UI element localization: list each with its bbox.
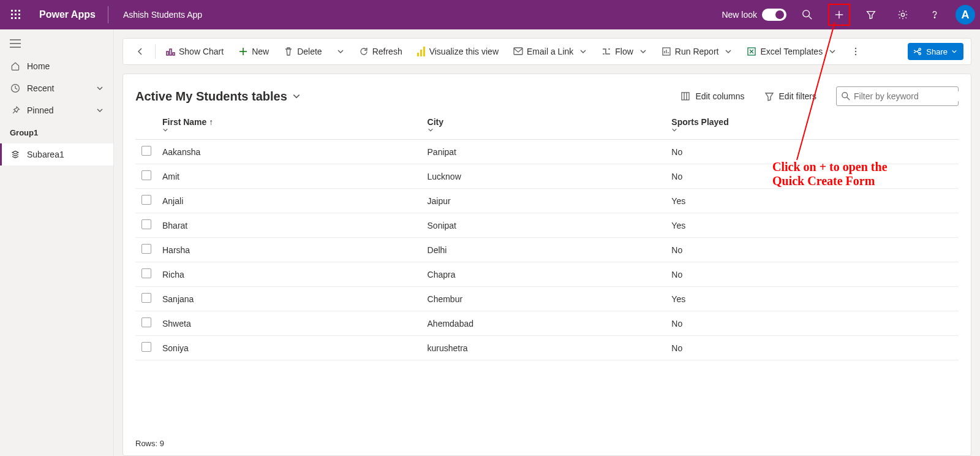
cell-city[interactable]: Jaipur xyxy=(423,189,667,213)
filter-icon[interactable] xyxy=(860,4,882,26)
email-link-button[interactable]: Email a Link xyxy=(508,42,592,61)
row-checkbox[interactable] xyxy=(141,268,151,278)
svg-rect-25 xyxy=(420,50,422,56)
edit-filters-button[interactable]: Edit filters xyxy=(764,91,816,101)
table-row[interactable]: Soniya kurushetra No xyxy=(135,336,959,360)
svg-rect-1 xyxy=(15,10,17,12)
cell-sports[interactable]: No xyxy=(666,164,959,189)
new-button[interactable]: New xyxy=(233,42,274,61)
svg-rect-21 xyxy=(173,53,175,55)
run-report-button[interactable]: Run Report xyxy=(657,42,737,61)
back-button[interactable] xyxy=(130,42,150,61)
chevron-down-icon[interactable] xyxy=(428,127,662,133)
show-chart-button[interactable]: Show Chart xyxy=(160,42,228,61)
settings-icon[interactable] xyxy=(892,4,914,26)
cell-firstname[interactable]: Richa xyxy=(157,262,423,287)
table-row[interactable]: Shweta Ahemdabad No xyxy=(135,311,959,336)
col-city[interactable]: City xyxy=(423,111,667,140)
cell-city[interactable]: Chapra xyxy=(423,262,667,287)
row-checkbox[interactable] xyxy=(141,244,151,254)
nav-pinned[interactable]: Pinned xyxy=(0,99,113,121)
row-checkbox[interactable] xyxy=(141,219,151,229)
table-row[interactable]: Harsha Delhi No xyxy=(135,238,959,262)
recent-icon xyxy=(10,83,21,93)
chevron-down-icon[interactable] xyxy=(162,127,418,133)
row-checkbox[interactable] xyxy=(141,317,151,327)
cell-firstname[interactable]: Bharat xyxy=(157,213,423,238)
cell-firstname[interactable]: Harsha xyxy=(157,238,423,262)
chevron-down-icon[interactable] xyxy=(829,48,836,55)
table-row[interactable]: Aakansha Panipat No xyxy=(135,140,959,164)
select-all-header[interactable] xyxy=(135,111,157,140)
chevron-down-icon[interactable] xyxy=(639,48,647,55)
edit-columns-button[interactable]: Edit columns xyxy=(680,91,744,101)
nav-home-label: Home xyxy=(27,61,50,71)
refresh-button[interactable]: Refresh xyxy=(354,42,407,61)
delete-button[interactable]: Delete xyxy=(279,42,326,61)
table-row[interactable]: Anjali Jaipur Yes xyxy=(135,189,959,213)
row-checkbox[interactable] xyxy=(141,195,151,205)
excel-templates-button[interactable]: Excel Templates xyxy=(742,42,841,61)
share-button[interactable]: Share xyxy=(908,43,963,60)
table-row[interactable]: Amit Lucknow No xyxy=(135,164,959,189)
cell-sports[interactable]: No xyxy=(666,262,959,287)
new-look-toggle[interactable]: New look xyxy=(722,9,786,21)
delete-label: Delete xyxy=(297,47,322,56)
view-selector[interactable]: Active My Students tables xyxy=(135,89,301,104)
toggle-switch[interactable] xyxy=(762,9,786,21)
row-checkbox[interactable] xyxy=(141,146,151,156)
cell-firstname[interactable]: Soniya xyxy=(157,336,423,360)
overflow-button[interactable] xyxy=(846,42,865,61)
cell-sports[interactable]: No xyxy=(666,238,959,262)
app-name[interactable]: Ashish Students App xyxy=(118,10,207,20)
cell-city[interactable]: Ahemdabad xyxy=(423,311,667,336)
flow-button[interactable]: Flow xyxy=(597,42,652,61)
nav-recent[interactable]: Recent xyxy=(0,77,113,99)
user-avatar[interactable]: A xyxy=(956,5,975,25)
chevron-down-icon[interactable] xyxy=(725,48,732,55)
cell-sports[interactable]: Yes xyxy=(666,213,959,238)
chevron-down-icon[interactable] xyxy=(671,127,954,133)
cell-firstname[interactable]: Sanjana xyxy=(157,287,423,311)
cell-city[interactable]: Chembur xyxy=(423,287,667,311)
col-firstname[interactable]: First Name ↑ xyxy=(157,111,423,140)
quick-create-icon[interactable] xyxy=(828,4,850,26)
col-sports[interactable]: Sports Played xyxy=(666,111,959,140)
help-icon[interactable] xyxy=(924,4,946,26)
cell-firstname[interactable]: Anjali xyxy=(157,189,423,213)
table-row[interactable]: Sanjana Chembur Yes xyxy=(135,287,959,311)
table-row[interactable]: Bharat Sonipat Yes xyxy=(135,213,959,238)
delete-split-chevron[interactable] xyxy=(332,42,349,61)
chevron-down-icon[interactable] xyxy=(96,85,104,92)
table-row[interactable]: Richa Chapra No xyxy=(135,262,959,287)
visualize-button[interactable]: Visualize this view xyxy=(412,42,503,61)
keyword-input[interactable] xyxy=(854,91,961,101)
svg-rect-5 xyxy=(18,13,20,15)
svg-line-10 xyxy=(809,17,812,20)
nav-home[interactable]: Home xyxy=(0,55,113,77)
cell-sports[interactable]: Yes xyxy=(666,287,959,311)
cell-sports[interactable]: Yes xyxy=(666,189,959,213)
row-checkbox[interactable] xyxy=(141,342,151,352)
cell-firstname[interactable]: Amit xyxy=(157,164,423,189)
chevron-down-icon[interactable] xyxy=(96,107,104,114)
nav-subarea1[interactable]: Subarea1 xyxy=(0,143,113,165)
cell-city[interactable]: Sonipat xyxy=(423,213,667,238)
nav-collapse-icon[interactable] xyxy=(0,34,113,55)
cell-sports[interactable]: No xyxy=(666,336,959,360)
cell-firstname[interactable]: Aakansha xyxy=(157,140,423,164)
cell-sports[interactable]: No xyxy=(666,311,959,336)
app-launcher-icon[interactable] xyxy=(5,4,27,26)
cell-city[interactable]: kurushetra xyxy=(423,336,667,360)
search-icon[interactable] xyxy=(796,4,818,26)
cell-sports[interactable]: No xyxy=(666,140,959,164)
cell-city[interactable]: Lucknow xyxy=(423,164,667,189)
cell-city[interactable]: Delhi xyxy=(423,238,667,262)
cell-city[interactable]: Panipat xyxy=(423,140,667,164)
cell-firstname[interactable]: Shweta xyxy=(157,311,423,336)
report-icon xyxy=(662,47,671,56)
row-checkbox[interactable] xyxy=(141,170,151,180)
row-checkbox[interactable] xyxy=(141,293,151,303)
keyword-filter[interactable] xyxy=(836,86,959,106)
chevron-down-icon[interactable] xyxy=(579,48,587,55)
